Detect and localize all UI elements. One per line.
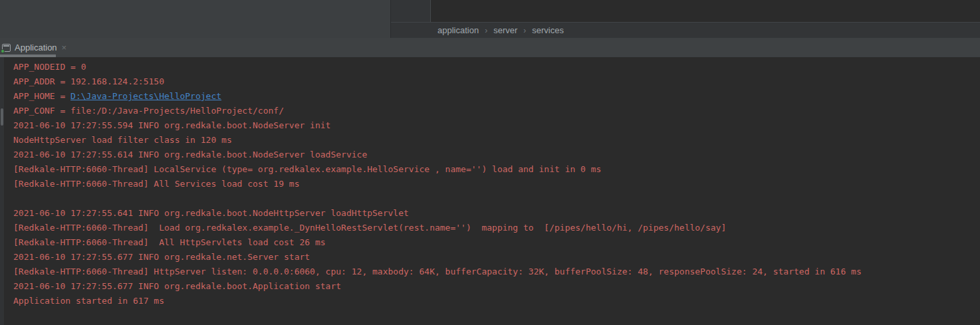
console-line: 2021-06-10 17:27:55.677 INFO org.redkale… [13, 279, 980, 294]
console-output: APP_NODEID = 0APP_ADDR = 192.168.124.2:5… [0, 57, 980, 325]
console-line: Application started in 617 ms [13, 294, 980, 308]
breadcrumb-separator-icon: › [485, 26, 487, 35]
tab-application[interactable]: Application × [0, 38, 70, 57]
console-line: [Redkale-HTTP:6060-Thread] Load org.redk… [13, 221, 980, 235]
console-line [13, 191, 980, 206]
file-link[interactable]: D:\Java-Projects\HelloProject [70, 91, 221, 101]
console-line: NodeHttpServer load filter class in 120 … [13, 133, 980, 148]
scrollbar-thumb[interactable] [1, 108, 3, 126]
console-line: 2021-06-10 17:27:55.614 INFO org.redkale… [13, 148, 980, 162]
console-line: [Redkale-HTTP:6060-Thread] All HttpServl… [13, 235, 980, 250]
console-line: [Redkale-HTTP:6060-Thread] All Services … [13, 177, 980, 191]
editor-area [431, 0, 980, 22]
top-area: application›server›services [0, 0, 980, 38]
console-lines: APP_NODEID = 0APP_ADDR = 192.168.124.2:5… [4, 57, 980, 325]
breadcrumb: application›server›services [391, 22, 980, 38]
console-line: APP_ADDR = 192.168.124.2:5150 [13, 74, 980, 89]
console-line: [Redkale-HTTP:6060-Thread] LocalService … [13, 162, 980, 177]
close-icon[interactable]: × [62, 43, 67, 52]
tab-label: Application [15, 43, 57, 53]
console-line: APP_NODEID = 0 [13, 60, 980, 74]
run-console-icon [2, 44, 11, 52]
running-indicator-dot [1, 49, 5, 53]
editor-row [391, 0, 980, 22]
left-panel [0, 0, 391, 38]
run-toolwindow-tabbar: Application × [0, 38, 980, 57]
breadcrumb-item-application[interactable]: application [437, 25, 479, 35]
console-line: 2021-06-10 17:27:55.594 INFO org.redkale… [13, 118, 980, 133]
console-left-scrollbar[interactable] [0, 57, 4, 325]
console-line: APP_HOME = D:\Java-Projects\HelloProject [13, 89, 980, 104]
breadcrumb-item-services[interactable]: services [532, 25, 564, 35]
breadcrumb-separator-icon: › [523, 26, 526, 35]
console-line: APP_CONF = file:/D:/Java-Projects/HelloP… [13, 104, 980, 118]
console-line: [Redkale-HTTP:6060-Thread] HttpServer li… [13, 265, 980, 279]
breadcrumb-item-server[interactable]: server [493, 25, 517, 35]
console-line: 2021-06-10 17:27:55.677 INFO org.redkale… [13, 250, 980, 265]
console-line: 2021-06-10 17:27:55.641 INFO org.redkale… [13, 206, 980, 221]
editor-gutter-corner [391, 0, 431, 22]
editor-bottom-area: application›server›services [391, 0, 980, 38]
